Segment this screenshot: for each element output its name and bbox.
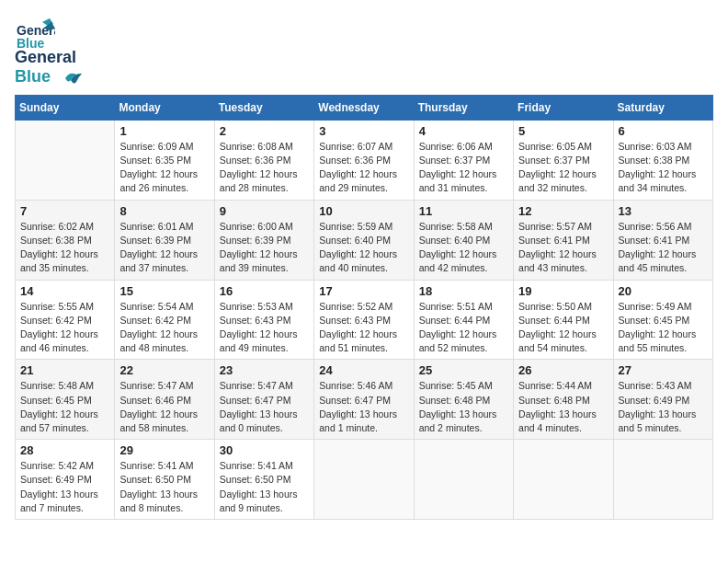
day-info: Sunrise: 5:52 AMSunset: 6:43 PMDaylight:…: [319, 300, 408, 356]
calendar-cell: 8Sunrise: 6:01 AMSunset: 6:39 PMDaylight…: [115, 200, 214, 280]
calendar-cell: 18Sunrise: 5:51 AMSunset: 6:44 PMDayligh…: [414, 280, 513, 360]
day-number: 22: [119, 363, 209, 377]
calendar-cell: 2Sunrise: 6:08 AMSunset: 6:36 PMDaylight…: [214, 120, 313, 200]
calendar-cell: 3Sunrise: 6:07 AMSunset: 6:36 PMDaylight…: [314, 120, 414, 200]
day-number: 27: [619, 363, 708, 377]
weekday-header-friday: Friday: [514, 95, 613, 120]
day-info: Sunrise: 5:46 AMSunset: 6:47 PMDaylight:…: [319, 379, 408, 435]
calendar-cell: [314, 440, 414, 520]
day-number: 30: [220, 443, 309, 457]
day-info: Sunrise: 5:47 AMSunset: 6:46 PMDaylight:…: [119, 379, 209, 435]
day-info: Sunrise: 5:45 AMSunset: 6:48 PMDaylight:…: [419, 379, 508, 435]
day-number: 20: [619, 284, 708, 298]
day-number: 21: [20, 363, 109, 377]
day-number: 25: [419, 363, 508, 377]
day-info: Sunrise: 6:01 AMSunset: 6:39 PMDaylight:…: [119, 220, 209, 276]
calendar-cell: 26Sunrise: 5:44 AMSunset: 6:48 PMDayligh…: [514, 360, 613, 440]
day-info: Sunrise: 5:50 AMSunset: 6:44 PMDaylight:…: [518, 300, 608, 356]
day-number: 8: [119, 204, 209, 218]
day-number: 12: [518, 204, 608, 218]
calendar-cell: 14Sunrise: 5:55 AMSunset: 6:42 PMDayligh…: [16, 280, 115, 360]
day-info: Sunrise: 5:56 AMSunset: 6:41 PMDaylight:…: [619, 220, 708, 276]
day-number: 15: [119, 284, 209, 298]
calendar-cell: [613, 440, 712, 520]
calendar-cell: 6Sunrise: 6:03 AMSunset: 6:38 PMDaylight…: [613, 120, 712, 200]
calendar-cell: 23Sunrise: 5:47 AMSunset: 6:47 PMDayligh…: [214, 360, 313, 440]
day-info: Sunrise: 6:02 AMSunset: 6:38 PMDaylight:…: [20, 220, 109, 276]
day-info: Sunrise: 6:03 AMSunset: 6:38 PMDaylight:…: [619, 140, 708, 196]
day-info: Sunrise: 6:00 AMSunset: 6:39 PMDaylight:…: [220, 220, 309, 276]
calendar-cell: 15Sunrise: 5:54 AMSunset: 6:42 PMDayligh…: [115, 280, 214, 360]
calendar-week-5: 28Sunrise: 5:42 AMSunset: 6:49 PMDayligh…: [16, 440, 713, 520]
calendar-cell: [16, 120, 115, 200]
weekday-header-sunday: Sunday: [16, 95, 115, 120]
day-number: 13: [619, 204, 708, 218]
calendar-cell: 29Sunrise: 5:41 AMSunset: 6:50 PMDayligh…: [115, 440, 214, 520]
day-info: Sunrise: 6:09 AMSunset: 6:35 PMDaylight:…: [119, 140, 209, 196]
day-number: 17: [319, 284, 408, 298]
calendar-week-4: 21Sunrise: 5:48 AMSunset: 6:45 PMDayligh…: [16, 360, 713, 440]
calendar-cell: 12Sunrise: 5:57 AMSunset: 6:41 PMDayligh…: [514, 200, 613, 280]
day-info: Sunrise: 5:42 AMSunset: 6:49 PMDaylight:…: [20, 459, 109, 515]
day-number: 1: [119, 124, 209, 138]
day-number: 4: [419, 124, 508, 138]
day-number: 26: [518, 363, 608, 377]
calendar-week-3: 14Sunrise: 5:55 AMSunset: 6:42 PMDayligh…: [16, 280, 713, 360]
day-number: 23: [220, 363, 309, 377]
calendar-cell: 22Sunrise: 5:47 AMSunset: 6:46 PMDayligh…: [115, 360, 214, 440]
day-number: 19: [518, 284, 608, 298]
day-info: Sunrise: 5:53 AMSunset: 6:43 PMDaylight:…: [220, 300, 309, 356]
calendar-cell: 13Sunrise: 5:56 AMSunset: 6:41 PMDayligh…: [613, 200, 712, 280]
day-number: 9: [220, 204, 309, 218]
day-number: 7: [20, 204, 109, 218]
calendar-cell: [514, 440, 613, 520]
weekday-header-wednesday: Wednesday: [314, 95, 414, 120]
calendar-cell: 24Sunrise: 5:46 AMSunset: 6:47 PMDayligh…: [314, 360, 414, 440]
bird-icon: [56, 69, 84, 87]
weekday-header-thursday: Thursday: [414, 95, 513, 120]
day-number: 14: [20, 284, 109, 298]
day-number: 28: [20, 443, 109, 457]
day-number: 3: [319, 124, 408, 138]
calendar-cell: 4Sunrise: 6:06 AMSunset: 6:37 PMDaylight…: [414, 120, 513, 200]
calendar-cell: 21Sunrise: 5:48 AMSunset: 6:45 PMDayligh…: [16, 360, 115, 440]
calendar-cell: 1Sunrise: 6:09 AMSunset: 6:35 PMDaylight…: [115, 120, 214, 200]
calendar-cell: 27Sunrise: 5:43 AMSunset: 6:49 PMDayligh…: [613, 360, 712, 440]
calendar-cell: [414, 440, 513, 520]
day-number: 10: [319, 204, 408, 218]
calendar-cell: 16Sunrise: 5:53 AMSunset: 6:43 PMDayligh…: [214, 280, 313, 360]
day-info: Sunrise: 5:51 AMSunset: 6:44 PMDaylight:…: [419, 300, 508, 356]
calendar-cell: 10Sunrise: 5:59 AMSunset: 6:40 PMDayligh…: [314, 200, 414, 280]
day-number: 16: [220, 284, 309, 298]
weekday-header-tuesday: Tuesday: [214, 95, 313, 120]
day-number: 5: [518, 124, 608, 138]
calendar-cell: 5Sunrise: 6:05 AMSunset: 6:37 PMDaylight…: [514, 120, 613, 200]
day-info: Sunrise: 5:47 AMSunset: 6:47 PMDaylight:…: [220, 379, 309, 435]
day-info: Sunrise: 6:06 AMSunset: 6:37 PMDaylight:…: [419, 140, 508, 196]
calendar-cell: 11Sunrise: 5:58 AMSunset: 6:40 PMDayligh…: [414, 200, 513, 280]
calendar-cell: 7Sunrise: 6:02 AMSunset: 6:38 PMDaylight…: [16, 200, 115, 280]
calendar-table: SundayMondayTuesdayWednesdayThursdayFrid…: [15, 95, 713, 520]
logo-text-blue: Blue: [15, 67, 51, 86]
day-number: 29: [119, 443, 209, 457]
calendar-cell: 17Sunrise: 5:52 AMSunset: 6:43 PMDayligh…: [314, 280, 414, 360]
day-number: 6: [619, 124, 708, 138]
day-info: Sunrise: 5:44 AMSunset: 6:48 PMDaylight:…: [518, 379, 608, 435]
day-info: Sunrise: 5:48 AMSunset: 6:45 PMDaylight:…: [20, 379, 109, 435]
calendar-week-1: 1Sunrise: 6:09 AMSunset: 6:35 PMDaylight…: [16, 120, 713, 200]
calendar-week-2: 7Sunrise: 6:02 AMSunset: 6:38 PMDaylight…: [16, 200, 713, 280]
day-info: Sunrise: 5:57 AMSunset: 6:41 PMDaylight:…: [518, 220, 608, 276]
calendar-cell: 28Sunrise: 5:42 AMSunset: 6:49 PMDayligh…: [16, 440, 115, 520]
header: General Blue General Blue: [15, 15, 713, 87]
day-info: Sunrise: 5:58 AMSunset: 6:40 PMDaylight:…: [419, 220, 508, 276]
calendar-cell: 19Sunrise: 5:50 AMSunset: 6:44 PMDayligh…: [514, 280, 613, 360]
logo: General Blue General Blue: [15, 15, 84, 87]
day-info: Sunrise: 6:05 AMSunset: 6:37 PMDaylight:…: [518, 140, 608, 196]
day-info: Sunrise: 6:08 AMSunset: 6:36 PMDaylight:…: [220, 140, 309, 196]
day-info: Sunrise: 5:59 AMSunset: 6:40 PMDaylight:…: [319, 220, 408, 276]
day-info: Sunrise: 6:07 AMSunset: 6:36 PMDaylight:…: [319, 140, 408, 196]
day-info: Sunrise: 5:49 AMSunset: 6:45 PMDaylight:…: [619, 300, 708, 356]
weekday-header-monday: Monday: [115, 95, 214, 120]
calendar-cell: 9Sunrise: 6:00 AMSunset: 6:39 PMDaylight…: [214, 200, 313, 280]
day-number: 11: [419, 204, 508, 218]
